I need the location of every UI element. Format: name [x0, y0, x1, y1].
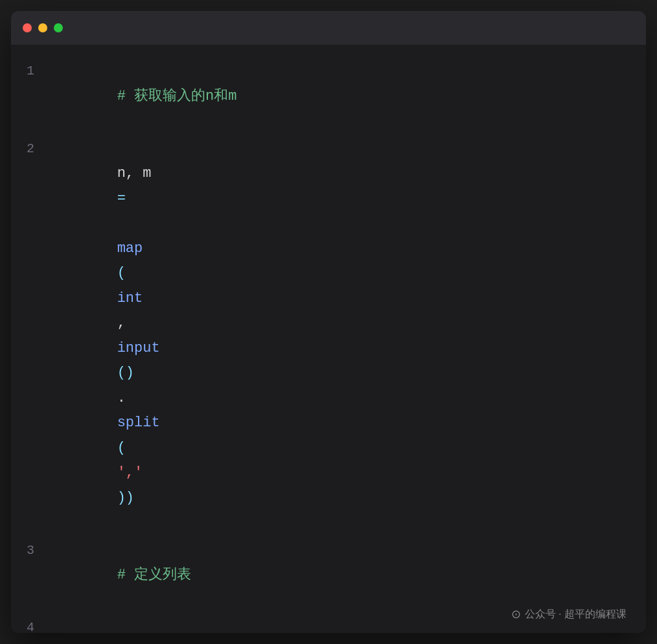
code-window: 1 # 获取输入的n和m 2 n, m = map ( int , input … — [11, 11, 646, 633]
code-line-3: 3 # 定义列表 — [11, 537, 646, 615]
line-number: 2 — [11, 137, 49, 160]
line-number: 1 — [11, 60, 49, 82]
watermark-text: 公众号 · 超平的编程课 — [525, 608, 627, 621]
code-string: ',' — [117, 465, 143, 481]
code-line-2: 2 n, m = map ( int , input () . split ( … — [11, 135, 646, 537]
line-number: 4 — [11, 616, 49, 633]
code-paren: ( — [117, 265, 126, 281]
code-paren: ( — [117, 440, 126, 456]
code-text — [117, 215, 126, 231]
minimize-button[interactable] — [38, 23, 47, 32]
code-area: 1 # 获取输入的n和m 2 n, m = map ( int , input … — [11, 45, 646, 633]
maximize-button[interactable] — [54, 23, 63, 32]
code-builtin: int — [117, 290, 143, 306]
code-text: , — [117, 315, 134, 331]
code-paren: () — [117, 365, 134, 381]
code-content: n, m = map ( int , input () . split ( ',… — [49, 137, 646, 536]
line-number: 3 — [11, 539, 49, 562]
wechat-icon: ⊙ — [511, 607, 521, 621]
watermark: ⊙ 公众号 · 超平的编程课 — [511, 607, 627, 621]
code-content: # 定义列表 — [49, 538, 646, 614]
code-func: map — [117, 240, 143, 257]
code-content: # 获取输入的n和m — [49, 59, 646, 134]
code-line-1: 1 # 获取输入的n和m — [11, 58, 646, 135]
close-button[interactable] — [23, 23, 32, 32]
code-func: split — [117, 415, 160, 431]
code-text: . — [117, 390, 126, 406]
code-paren: )) — [117, 490, 134, 506]
code-text: n, m — [117, 165, 160, 181]
comment: # 获取输入的n和m — [117, 88, 237, 104]
code-func: input — [117, 340, 160, 356]
comment: # 定义列表 — [117, 567, 191, 583]
code-op: = — [117, 190, 126, 207]
titlebar — [11, 11, 646, 45]
